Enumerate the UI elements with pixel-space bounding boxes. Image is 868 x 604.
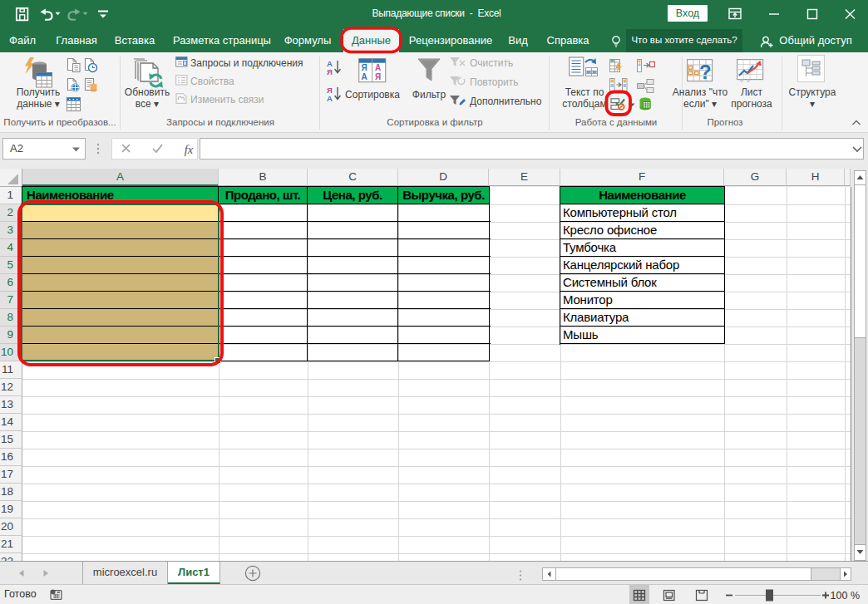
- svg-text:А: А: [362, 72, 367, 81]
- svg-text:fx: fx: [185, 143, 194, 156]
- svg-text:Я: Я: [375, 72, 381, 81]
- svg-text:А: А: [375, 63, 381, 72]
- svg-text:Я: Я: [362, 63, 367, 72]
- svg-text:100 %: 100 %: [831, 590, 860, 602]
- svg-text:А: А: [327, 94, 333, 103]
- svg-text:Я: Я: [327, 67, 333, 76]
- svg-text:?: ?: [699, 61, 712, 83]
